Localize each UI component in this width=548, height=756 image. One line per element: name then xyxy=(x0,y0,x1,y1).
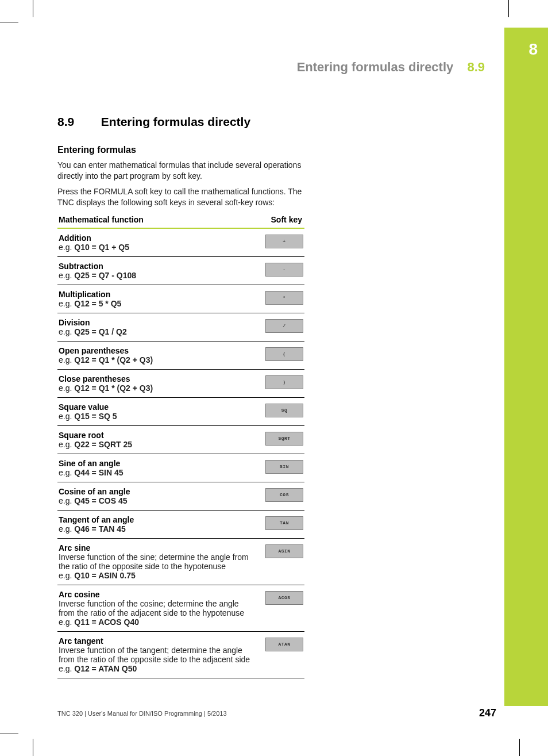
table-header-softkey: Soft key xyxy=(260,213,304,228)
section-title: Entering formulas directly xyxy=(101,115,250,128)
softkey-button[interactable]: * xyxy=(265,291,303,305)
softkey-button[interactable]: - xyxy=(265,263,303,277)
table-row: Divisione.g. Q25 = Q1 / Q2/ xyxy=(57,313,304,341)
softkey-cell: COS xyxy=(260,482,304,510)
page-footer: TNC 320 | User's Manual for DIN/ISO Prog… xyxy=(57,710,514,717)
softkey-button[interactable]: SQ xyxy=(265,404,303,417)
table-row: Arc sineInverse function of the sine; de… xyxy=(57,538,304,585)
softkey-button[interactable]: SQRT xyxy=(265,432,303,446)
function-cell: Subtractione.g. Q25 = Q7 - Q108 xyxy=(57,256,260,285)
function-example: e.g. Q44 = SIN 45 xyxy=(59,468,258,477)
intro-paragraph-1: You can enter mathematical formulas that… xyxy=(57,160,304,182)
table-row: Additione.g. Q10 = Q1 + Q5+ xyxy=(57,228,304,257)
page-content: 8.9 Entering formulas directly Entering … xyxy=(57,115,304,678)
function-cell: Square valuee.g. Q15 = SQ 5 xyxy=(57,397,260,425)
function-name: Arc sine xyxy=(59,543,258,552)
page-number: 247 xyxy=(479,707,496,719)
function-name: Open parentheses xyxy=(59,346,258,355)
function-example: e.g. Q12 = Q1 * (Q2 + Q3) xyxy=(59,383,258,393)
softkey-button[interactable]: TAN xyxy=(265,516,303,530)
softkey-cell: SQRT xyxy=(260,425,304,454)
function-example: e.g. Q45 = COS 45 xyxy=(59,496,258,505)
table-row: Square roote.g. Q22 = SQRT 25SQRT xyxy=(57,425,304,454)
function-example: e.g. Q15 = SQ 5 xyxy=(59,412,258,421)
function-name: Cosine of an angle xyxy=(59,487,258,496)
function-name: Arc cosine xyxy=(59,590,258,599)
chapter-number: 8 xyxy=(528,40,538,59)
function-name: Arc tangent xyxy=(59,636,258,646)
softkey-cell: + xyxy=(260,228,304,257)
softkey-cell: * xyxy=(260,285,304,313)
table-row: Tangent of an anglee.g. Q46 = TAN 45TAN xyxy=(57,510,304,538)
table-row: Subtractione.g. Q25 = Q7 - Q108- xyxy=(57,256,304,285)
function-cell: Additione.g. Q10 = Q1 + Q5 xyxy=(57,228,260,257)
softkey-button[interactable]: COS xyxy=(265,488,303,502)
function-cell: Divisione.g. Q25 = Q1 / Q2 xyxy=(57,313,260,341)
section-heading: 8.9 Entering formulas directly xyxy=(57,115,304,129)
section-number: 8.9 xyxy=(57,115,98,129)
softkey-button[interactable]: ( xyxy=(265,347,303,361)
table-row: Arc tangentInverse function of the tange… xyxy=(57,631,304,678)
softkey-button[interactable]: ASIN xyxy=(265,544,303,558)
function-cell: Sine of an anglee.g. Q44 = SIN 45 xyxy=(57,454,260,482)
function-name: Square root xyxy=(59,431,258,440)
softkey-cell: TAN xyxy=(260,510,304,538)
function-example: e.g. Q10 = Q1 + Q5 xyxy=(59,243,258,252)
function-name: Sine of an angle xyxy=(59,459,258,468)
function-description: Inverse function of the cosine; determin… xyxy=(59,599,258,617)
softkey-cell: ATAN xyxy=(260,631,304,678)
function-cell: Tangent of an anglee.g. Q46 = TAN 45 xyxy=(57,510,260,538)
softkey-cell: ASIN xyxy=(260,538,304,585)
function-example: e.g. Q12 = 5 * Q5 xyxy=(59,299,258,308)
function-example: e.g. Q10 = ASIN 0.75 xyxy=(59,571,258,580)
function-cell: Cosine of an anglee.g. Q45 = COS 45 xyxy=(57,482,260,510)
table-row: Sine of an anglee.g. Q44 = SIN 45SIN xyxy=(57,454,304,482)
softkey-cell: ACOS xyxy=(260,585,304,631)
function-cell: Square roote.g. Q22 = SQRT 25 xyxy=(57,425,260,454)
function-description: Inverse function of the sine; determine … xyxy=(59,552,258,571)
softkey-button[interactable]: ATAN xyxy=(265,638,303,651)
function-cell: Multiplicatione.g. Q12 = 5 * Q5 xyxy=(57,285,260,313)
function-cell: Arc sineInverse function of the sine; de… xyxy=(57,538,260,585)
softkey-cell: SIN xyxy=(260,454,304,482)
table-row: Cosine of an anglee.g. Q45 = COS 45COS xyxy=(57,482,304,510)
function-example: e.g. Q11 = ACOS Q40 xyxy=(59,617,258,627)
function-cell: Arc cosineInverse function of the cosine… xyxy=(57,585,260,631)
function-name: Division xyxy=(59,318,258,327)
function-name: Square value xyxy=(59,402,258,412)
function-name: Close parentheses xyxy=(59,374,258,383)
table-row: Multiplicatione.g. Q12 = 5 * Q5* xyxy=(57,285,304,313)
function-name: Tangent of an angle xyxy=(59,515,258,524)
function-table: Mathematical function Soft key Additione… xyxy=(57,213,304,678)
function-example: e.g. Q25 = Q1 / Q2 xyxy=(59,327,258,336)
table-row: Square valuee.g. Q15 = SQ 5SQ xyxy=(57,397,304,425)
function-name: Multiplication xyxy=(59,290,258,299)
table-row: Arc cosineInverse function of the cosine… xyxy=(57,585,304,631)
function-description: Inverse function of the tangent; determi… xyxy=(59,646,258,664)
softkey-button[interactable]: / xyxy=(265,319,303,333)
running-header-section: 8.9 xyxy=(467,60,485,74)
softkey-button[interactable]: ) xyxy=(265,375,303,389)
softkey-cell: SQ xyxy=(260,397,304,425)
function-example: e.g. Q12 = ATAN Q50 xyxy=(59,664,258,673)
table-row: Close parenthesese.g. Q12 = Q1 * (Q2 + Q… xyxy=(57,369,304,397)
softkey-cell: ) xyxy=(260,369,304,397)
table-row: Open parenthesese.g. Q12 = Q1 * (Q2 + Q3… xyxy=(57,341,304,369)
chapter-side-tab: 8 xyxy=(504,28,548,706)
softkey-cell: - xyxy=(260,256,304,285)
function-example: e.g. Q46 = TAN 45 xyxy=(59,524,258,534)
softkey-cell: / xyxy=(260,313,304,341)
softkey-button[interactable]: ACOS xyxy=(265,591,303,605)
function-cell: Open parenthesese.g. Q12 = Q1 * (Q2 + Q3… xyxy=(57,341,260,369)
running-header: Entering formulas directly 8.9 xyxy=(297,60,485,75)
softkey-button[interactable]: + xyxy=(265,235,303,248)
function-name: Addition xyxy=(59,233,258,243)
function-cell: Close parenthesese.g. Q12 = Q1 * (Q2 + Q… xyxy=(57,369,260,397)
softkey-button[interactable]: SIN xyxy=(265,460,303,474)
function-cell: Arc tangentInverse function of the tange… xyxy=(57,631,260,678)
function-example: e.g. Q22 = SQRT 25 xyxy=(59,440,258,449)
function-name: Subtraction xyxy=(59,262,258,271)
subsection-title: Entering formulas xyxy=(57,145,304,155)
running-header-title: Entering formulas directly xyxy=(297,60,454,74)
function-example: e.g. Q25 = Q7 - Q108 xyxy=(59,271,258,280)
